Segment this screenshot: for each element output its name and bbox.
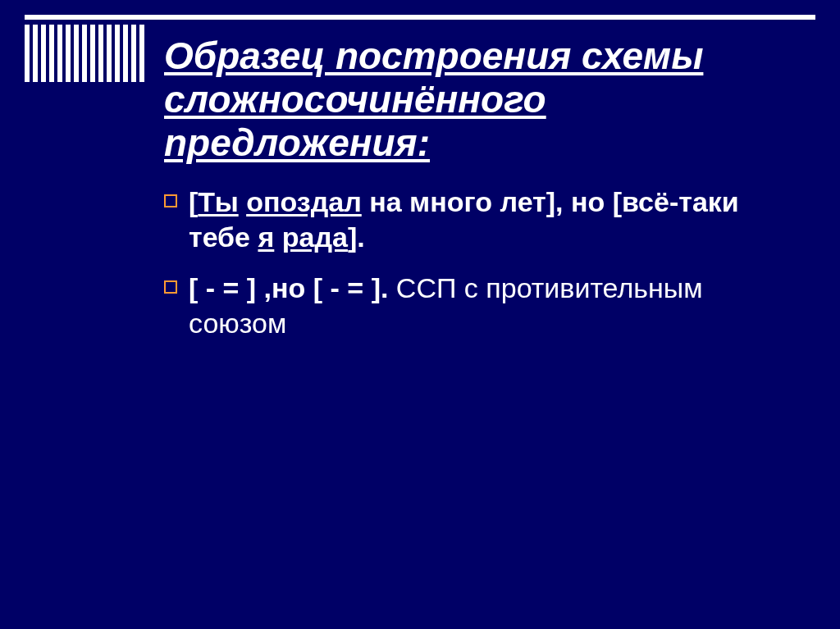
bullet-text: [Ты опоздал на много лет], но [всё-таки …: [189, 185, 791, 254]
decorative-bars: [25, 25, 144, 82]
bullet-text: [ - = ] ,но [ - = ]. ССП с противительны…: [189, 271, 791, 340]
slide-title: Образец построения схемы сложносочинённо…: [164, 34, 807, 165]
slide: Образец построения схемы сложносочинённо…: [0, 0, 840, 629]
bullet-square-icon: [164, 280, 177, 294]
slide-body: [Ты опоздал на много лет], но [всё-таки …: [164, 185, 791, 357]
bullet-item: [Ты опоздал на много лет], но [всё-таки …: [164, 185, 791, 254]
top-rule: [25, 15, 815, 20]
bullet-item: [ - = ] ,но [ - = ]. ССП с противительны…: [164, 271, 791, 340]
bullet-square-icon: [164, 194, 177, 207]
